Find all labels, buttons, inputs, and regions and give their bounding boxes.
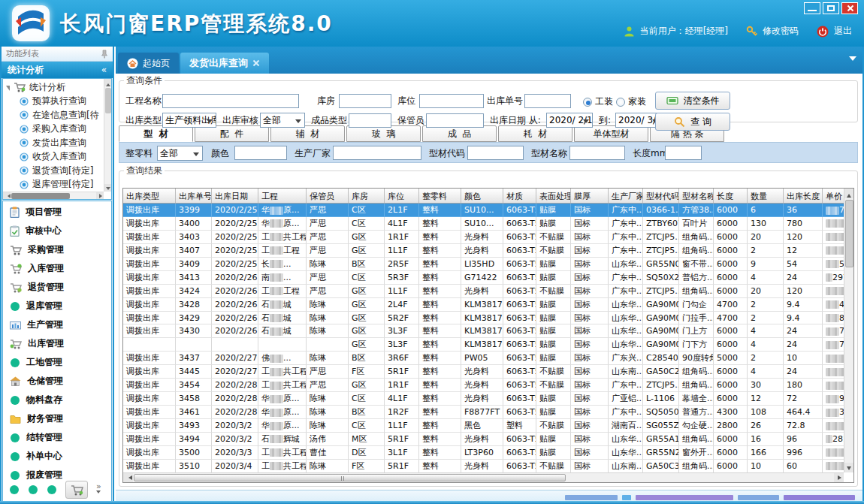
column-header-库位[interactable]: 库位	[385, 189, 419, 203]
column-header-库房[interactable]: 库房	[349, 189, 385, 203]
scroll-down-icon[interactable]	[104, 184, 112, 192]
tree-item[interactable]: 采购入库查询	[5, 122, 103, 137]
tree-item[interactable]: 收货入库查询	[5, 150, 103, 164]
sidebar-item-采购管理[interactable]: 采购管理	[3, 240, 111, 259]
scroll-left-icon[interactable]	[123, 473, 133, 483]
table-row[interactable]: 调拨出库34072020/2/25工工程严思G区1L1F整料光身料6063-T5…	[123, 244, 844, 258]
manufacturer-input[interactable]	[333, 146, 421, 160]
column-header-工程[interactable]: 工程	[258, 189, 307, 203]
column-header-单价[interactable]: 单价	[823, 189, 844, 203]
more-chevron-icon[interactable]	[96, 483, 101, 496]
tree-vertical-scrollbar[interactable]	[104, 79, 111, 192]
table-row[interactable]: 调拨出库34942020/3/2石辉城汤伟M区5R1F整料光身料6063-T5贴…	[123, 433, 844, 446]
green-dot-icon[interactable]	[9, 484, 20, 495]
tree-item[interactable]: 在途信息查询[待	[5, 108, 103, 122]
sidebar-section-header[interactable]: 统计分析	[2, 62, 113, 78]
close-button[interactable]	[841, 2, 858, 14]
tree-item[interactable]: 退库管理[待定]	[5, 178, 103, 192]
material-tab-玻璃[interactable]: 玻 璃	[346, 125, 421, 142]
tab-发货出库查询[interactable]: 发货出库查询	[180, 53, 269, 74]
outbound-type-combo[interactable]: 生产领料出库	[162, 113, 216, 128]
column-header-型材名称[interactable]: 型材名称	[679, 189, 714, 203]
table-row[interactable]: 调拨出库34452020/2/27工共工程严思F区5R1F整料光身料6063-T…	[123, 365, 844, 379]
tree-item[interactable]: 发货出库查询	[5, 136, 103, 150]
material-tab-型材[interactable]: 型 材	[119, 125, 193, 142]
cart-shortcut-button[interactable]	[65, 481, 88, 499]
pin-icon[interactable]	[101, 50, 108, 59]
project-name-input[interactable]	[162, 94, 299, 108]
column-header-出库单号[interactable]: 出库单号	[176, 189, 212, 203]
green-dot-icon[interactable]	[47, 484, 57, 495]
order-no-input[interactable]	[524, 94, 571, 108]
material-tab-辅材[interactable]: 辅 材	[270, 125, 345, 142]
scroll-thumb[interactable]	[845, 200, 853, 267]
sidebar-item-工地管理[interactable]: 工地管理	[3, 353, 111, 372]
change-password-link[interactable]: 修改密码	[763, 25, 799, 38]
scroll-right-icon[interactable]	[96, 192, 104, 200]
green-dot-icon[interactable]	[28, 484, 38, 495]
minimize-button[interactable]	[804, 2, 820, 14]
table-row[interactable]: 调拨出库34032020/2/25工共工程严思G区1R1F整料光身料6063-T…	[123, 231, 844, 244]
tree-root[interactable]: 统计分析	[5, 80, 103, 95]
material-tab-耗材[interactable]: 耗 材	[498, 125, 572, 142]
date-from-picker[interactable]: 2020/ 2/16	[546, 113, 593, 128]
scroll-up-icon[interactable]	[844, 189, 854, 198]
logout-button[interactable]: 退出	[834, 25, 852, 38]
audit-combo[interactable]: 全部	[260, 113, 305, 128]
column-header-膜厚[interactable]: 膜厚	[571, 189, 609, 203]
column-header-型材代码[interactable]: 型材代码	[643, 189, 679, 203]
color-input[interactable]	[234, 146, 287, 160]
keeper-input[interactable]	[426, 113, 484, 128]
sidebar-item-结转管理[interactable]: 结转管理	[3, 428, 111, 447]
radio-gongzhuang[interactable]: 工装	[583, 95, 613, 108]
scroll-right-icon[interactable]	[834, 473, 844, 483]
search-button[interactable]: 查 询	[655, 113, 730, 131]
profile-code-input[interactable]	[467, 146, 524, 160]
location-input[interactable]	[419, 94, 484, 108]
tree-horizontal-scrollbar[interactable]	[3, 192, 104, 199]
grid-horizontal-scrollbar[interactable]	[123, 472, 844, 482]
collapse-icon[interactable]	[101, 65, 107, 75]
table-row[interactable]: 调拨出库34932020/3/2华原...陈琳C区1L1F整料黑色塑料不贴膜国标…	[123, 419, 844, 433]
tree-item[interactable]: 退货查询[待定]	[5, 164, 103, 178]
tree-item[interactable]: 预算执行查询	[5, 95, 103, 109]
sidebar-item-退库管理[interactable]: 退库管理	[3, 297, 111, 315]
sidebar-item-补单中心[interactable]: 补单中心	[3, 447, 111, 466]
table-row[interactable]: 调拨出库34372020/2/27佛...陈琳B区3R6F整料PW056063-…	[123, 352, 844, 365]
column-header-保管员[interactable]: 保管员	[307, 189, 349, 203]
length-input[interactable]	[665, 146, 702, 160]
profile-name-input[interactable]	[569, 146, 625, 160]
tab-close-icon[interactable]	[252, 59, 260, 67]
warehouse-input[interactable]	[339, 94, 391, 108]
table-row[interactable]: G区3L3F整料KLM38176063-T5贴膜国标山东华...GA90M09.…	[123, 338, 844, 352]
sidebar-item-出库管理[interactable]: 出库管理	[3, 334, 111, 353]
product-type-input[interactable]	[349, 113, 391, 128]
column-header-生产厂家[interactable]: 生产厂家	[609, 189, 643, 203]
clear-conditions-button[interactable]: 清空条件	[655, 92, 730, 110]
scroll-thumb[interactable]	[134, 474, 566, 481]
column-header-整零料[interactable]: 整零料	[419, 189, 461, 203]
maximize-button[interactable]	[823, 2, 839, 14]
tab-起始页[interactable]: 起始页	[118, 53, 179, 74]
table-row[interactable]: 调拨出库34582020/2/28华原...陈琳C区4L1F整料光身料6063-…	[123, 392, 844, 406]
material-tab-配件[interactable]: 配 件	[195, 125, 269, 142]
table-row[interactable]: 调拨出库35102020/3/4工共工程陈琳F区5R1F整料光身料6063-T5…	[123, 460, 844, 472]
sidebar-item-项目管理[interactable]: 项目管理	[3, 203, 111, 222]
column-header-出库类型[interactable]: 出库类型	[123, 189, 176, 203]
expander-icon[interactable]	[6, 86, 10, 91]
material-tab-成品[interactable]: 成 品	[422, 125, 497, 142]
sidebar-item-退货管理[interactable]: 退货管理	[3, 278, 111, 297]
table-row[interactable]: 调拨出库34092020/2/25长...陈琳B区2R5F整料LI35HD606…	[123, 258, 844, 271]
column-header-表面处理[interactable]: 表面处理	[536, 189, 571, 203]
column-header-颜色[interactable]: 颜色	[461, 189, 503, 203]
grid-vertical-scrollbar[interactable]	[844, 189, 853, 472]
scroll-up-icon[interactable]	[104, 79, 112, 86]
sidebar-item-物料盘存[interactable]: 物料盘存	[3, 391, 111, 409]
sidebar-item-审核中心[interactable]: 审核中心	[3, 222, 111, 240]
table-row[interactable]: 调拨出库34542020/2/28工共工程严思G区1R1F整料光身料6063-T…	[123, 379, 844, 392]
table-row[interactable]: 调拨出库34002020/2/25华原...严思C区4L1F整料SU10...6…	[123, 217, 844, 231]
column-header-出库日期[interactable]: 出库日期	[212, 189, 258, 203]
table-row[interactable]: 调拨出库34282020/2/26石城陈琳G区2L4F整料KLM38176063…	[123, 298, 844, 312]
scroll-left-icon[interactable]	[3, 192, 11, 200]
sidebar-item-生产管理[interactable]: 生产管理	[3, 315, 111, 334]
